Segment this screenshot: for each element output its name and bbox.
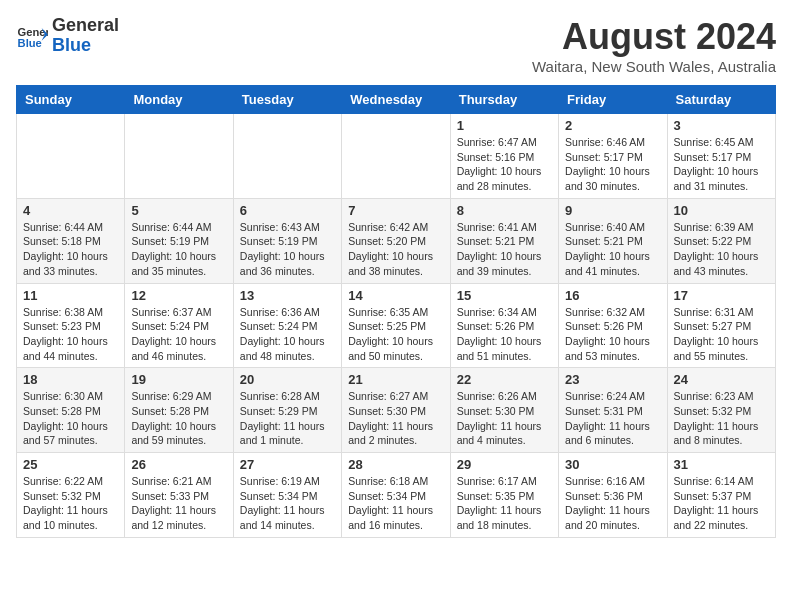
day-info: Sunrise: 6:45 AM Sunset: 5:17 PM Dayligh…: [674, 135, 769, 194]
day-number: 3: [674, 118, 769, 133]
day-number: 19: [131, 372, 226, 387]
calendar-cell: 29Sunrise: 6:17 AM Sunset: 5:35 PM Dayli…: [450, 453, 558, 538]
calendar-cell: 25Sunrise: 6:22 AM Sunset: 5:32 PM Dayli…: [17, 453, 125, 538]
day-number: 16: [565, 288, 660, 303]
day-info: Sunrise: 6:47 AM Sunset: 5:16 PM Dayligh…: [457, 135, 552, 194]
day-number: 17: [674, 288, 769, 303]
day-number: 13: [240, 288, 335, 303]
calendar-cell: 27Sunrise: 6:19 AM Sunset: 5:34 PM Dayli…: [233, 453, 341, 538]
day-number: 15: [457, 288, 552, 303]
day-number: 20: [240, 372, 335, 387]
day-info: Sunrise: 6:30 AM Sunset: 5:28 PM Dayligh…: [23, 389, 118, 448]
svg-text:Blue: Blue: [18, 37, 42, 49]
day-number: 27: [240, 457, 335, 472]
calendar-cell: [342, 114, 450, 199]
calendar-week-row: 18Sunrise: 6:30 AM Sunset: 5:28 PM Dayli…: [17, 368, 776, 453]
day-number: 4: [23, 203, 118, 218]
logo-icon: General Blue: [16, 20, 48, 52]
calendar-cell: 24Sunrise: 6:23 AM Sunset: 5:32 PM Dayli…: [667, 368, 775, 453]
day-number: 26: [131, 457, 226, 472]
day-info: Sunrise: 6:22 AM Sunset: 5:32 PM Dayligh…: [23, 474, 118, 533]
day-info: Sunrise: 6:41 AM Sunset: 5:21 PM Dayligh…: [457, 220, 552, 279]
calendar-cell: 11Sunrise: 6:38 AM Sunset: 5:23 PM Dayli…: [17, 283, 125, 368]
day-number: 10: [674, 203, 769, 218]
day-info: Sunrise: 6:18 AM Sunset: 5:34 PM Dayligh…: [348, 474, 443, 533]
calendar-cell: 26Sunrise: 6:21 AM Sunset: 5:33 PM Dayli…: [125, 453, 233, 538]
calendar-cell: [233, 114, 341, 199]
day-info: Sunrise: 6:21 AM Sunset: 5:33 PM Dayligh…: [131, 474, 226, 533]
calendar-cell: 15Sunrise: 6:34 AM Sunset: 5:26 PM Dayli…: [450, 283, 558, 368]
weekday-header-friday: Friday: [559, 86, 667, 114]
page-header: General Blue General Blue August 2024 Wa…: [16, 16, 776, 75]
calendar-cell: 8Sunrise: 6:41 AM Sunset: 5:21 PM Daylig…: [450, 198, 558, 283]
day-info: Sunrise: 6:43 AM Sunset: 5:19 PM Dayligh…: [240, 220, 335, 279]
day-number: 31: [674, 457, 769, 472]
weekday-header-saturday: Saturday: [667, 86, 775, 114]
svg-text:General: General: [18, 26, 48, 38]
calendar-cell: 31Sunrise: 6:14 AM Sunset: 5:37 PM Dayli…: [667, 453, 775, 538]
day-info: Sunrise: 6:28 AM Sunset: 5:29 PM Dayligh…: [240, 389, 335, 448]
day-info: Sunrise: 6:44 AM Sunset: 5:18 PM Dayligh…: [23, 220, 118, 279]
day-number: 14: [348, 288, 443, 303]
day-number: 2: [565, 118, 660, 133]
day-number: 21: [348, 372, 443, 387]
day-info: Sunrise: 6:17 AM Sunset: 5:35 PM Dayligh…: [457, 474, 552, 533]
location-subtitle: Waitara, New South Wales, Australia: [532, 58, 776, 75]
calendar-cell: 4Sunrise: 6:44 AM Sunset: 5:18 PM Daylig…: [17, 198, 125, 283]
day-info: Sunrise: 6:29 AM Sunset: 5:28 PM Dayligh…: [131, 389, 226, 448]
day-info: Sunrise: 6:37 AM Sunset: 5:24 PM Dayligh…: [131, 305, 226, 364]
day-number: 30: [565, 457, 660, 472]
calendar-cell: 1Sunrise: 6:47 AM Sunset: 5:16 PM Daylig…: [450, 114, 558, 199]
weekday-header-tuesday: Tuesday: [233, 86, 341, 114]
calendar-cell: 22Sunrise: 6:26 AM Sunset: 5:30 PM Dayli…: [450, 368, 558, 453]
calendar-cell: 2Sunrise: 6:46 AM Sunset: 5:17 PM Daylig…: [559, 114, 667, 199]
day-info: Sunrise: 6:26 AM Sunset: 5:30 PM Dayligh…: [457, 389, 552, 448]
day-number: 7: [348, 203, 443, 218]
day-info: Sunrise: 6:24 AM Sunset: 5:31 PM Dayligh…: [565, 389, 660, 448]
calendar-cell: 7Sunrise: 6:42 AM Sunset: 5:20 PM Daylig…: [342, 198, 450, 283]
calendar-cell: 10Sunrise: 6:39 AM Sunset: 5:22 PM Dayli…: [667, 198, 775, 283]
calendar-week-row: 11Sunrise: 6:38 AM Sunset: 5:23 PM Dayli…: [17, 283, 776, 368]
logo-blue: Blue: [52, 35, 91, 55]
calendar-cell: 5Sunrise: 6:44 AM Sunset: 5:19 PM Daylig…: [125, 198, 233, 283]
day-info: Sunrise: 6:19 AM Sunset: 5:34 PM Dayligh…: [240, 474, 335, 533]
day-info: Sunrise: 6:14 AM Sunset: 5:37 PM Dayligh…: [674, 474, 769, 533]
weekday-header-row: SundayMondayTuesdayWednesdayThursdayFrid…: [17, 86, 776, 114]
day-info: Sunrise: 6:16 AM Sunset: 5:36 PM Dayligh…: [565, 474, 660, 533]
day-number: 6: [240, 203, 335, 218]
calendar-week-row: 4Sunrise: 6:44 AM Sunset: 5:18 PM Daylig…: [17, 198, 776, 283]
calendar-cell: 14Sunrise: 6:35 AM Sunset: 5:25 PM Dayli…: [342, 283, 450, 368]
calendar-cell: 9Sunrise: 6:40 AM Sunset: 5:21 PM Daylig…: [559, 198, 667, 283]
day-number: 18: [23, 372, 118, 387]
calendar-cell: 16Sunrise: 6:32 AM Sunset: 5:26 PM Dayli…: [559, 283, 667, 368]
calendar-week-row: 25Sunrise: 6:22 AM Sunset: 5:32 PM Dayli…: [17, 453, 776, 538]
day-number: 8: [457, 203, 552, 218]
calendar-cell: [17, 114, 125, 199]
weekday-header-thursday: Thursday: [450, 86, 558, 114]
day-info: Sunrise: 6:38 AM Sunset: 5:23 PM Dayligh…: [23, 305, 118, 364]
day-info: Sunrise: 6:42 AM Sunset: 5:20 PM Dayligh…: [348, 220, 443, 279]
day-info: Sunrise: 6:39 AM Sunset: 5:22 PM Dayligh…: [674, 220, 769, 279]
calendar-cell: 18Sunrise: 6:30 AM Sunset: 5:28 PM Dayli…: [17, 368, 125, 453]
day-info: Sunrise: 6:23 AM Sunset: 5:32 PM Dayligh…: [674, 389, 769, 448]
calendar-cell: 20Sunrise: 6:28 AM Sunset: 5:29 PM Dayli…: [233, 368, 341, 453]
day-number: 11: [23, 288, 118, 303]
day-number: 9: [565, 203, 660, 218]
weekday-header-monday: Monday: [125, 86, 233, 114]
title-section: August 2024 Waitara, New South Wales, Au…: [532, 16, 776, 75]
day-info: Sunrise: 6:31 AM Sunset: 5:27 PM Dayligh…: [674, 305, 769, 364]
day-info: Sunrise: 6:36 AM Sunset: 5:24 PM Dayligh…: [240, 305, 335, 364]
calendar-cell: 21Sunrise: 6:27 AM Sunset: 5:30 PM Dayli…: [342, 368, 450, 453]
day-info: Sunrise: 6:34 AM Sunset: 5:26 PM Dayligh…: [457, 305, 552, 364]
day-number: 28: [348, 457, 443, 472]
day-info: Sunrise: 6:40 AM Sunset: 5:21 PM Dayligh…: [565, 220, 660, 279]
calendar-cell: 12Sunrise: 6:37 AM Sunset: 5:24 PM Dayli…: [125, 283, 233, 368]
day-number: 29: [457, 457, 552, 472]
day-number: 1: [457, 118, 552, 133]
weekday-header-wednesday: Wednesday: [342, 86, 450, 114]
day-number: 5: [131, 203, 226, 218]
calendar-week-row: 1Sunrise: 6:47 AM Sunset: 5:16 PM Daylig…: [17, 114, 776, 199]
day-info: Sunrise: 6:32 AM Sunset: 5:26 PM Dayligh…: [565, 305, 660, 364]
logo: General Blue General Blue: [16, 16, 119, 56]
calendar-cell: 28Sunrise: 6:18 AM Sunset: 5:34 PM Dayli…: [342, 453, 450, 538]
